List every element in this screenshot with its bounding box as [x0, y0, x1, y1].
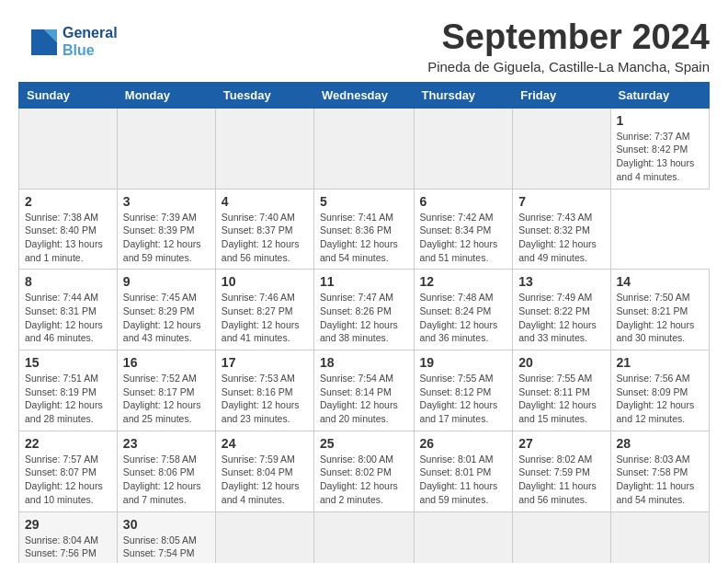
day-number: 16 — [123, 355, 210, 370]
day-number: 6 — [420, 194, 507, 209]
day-info: Sunrise: 7:53 AM Sunset: 8:16 PM Dayligh… — [222, 372, 308, 426]
day-info: Sunrise: 8:04 AM Sunset: 7:56 PM Dayligh… — [25, 534, 111, 563]
day-info: Sunrise: 7:40 AM Sunset: 8:37 PM Dayligh… — [222, 211, 308, 265]
day-number: 11 — [320, 274, 408, 289]
day-number: 5 — [320, 194, 408, 209]
header-saturday: Saturday — [610, 82, 709, 108]
calendar-cell: 30 Sunrise: 8:05 AM Sunset: 7:54 PM Dayl… — [117, 511, 215, 563]
calendar-cell: 22 Sunrise: 7:57 AM Sunset: 8:07 PM Dayl… — [19, 431, 118, 511]
calendar-cell: 21 Sunrise: 7:56 AM Sunset: 8:09 PM Dayl… — [610, 350, 709, 431]
day-info: Sunrise: 7:59 AM Sunset: 8:04 PM Dayligh… — [222, 453, 308, 507]
calendar-cell: 6 Sunrise: 7:42 AM Sunset: 8:34 PM Dayli… — [414, 189, 513, 270]
day-info: Sunrise: 7:57 AM Sunset: 8:07 PM Dayligh… — [25, 453, 111, 507]
calendar-cell — [610, 511, 709, 563]
logo-line1: General — [63, 24, 118, 41]
calendar-cell: 23 Sunrise: 7:58 AM Sunset: 8:06 PM Dayl… — [117, 431, 215, 511]
day-number: 18 — [320, 355, 408, 370]
calendar-cell — [19, 108, 118, 189]
day-info: Sunrise: 7:58 AM Sunset: 8:06 PM Dayligh… — [123, 453, 210, 507]
day-info: Sunrise: 7:48 AM Sunset: 8:24 PM Dayligh… — [420, 291, 507, 345]
day-info: Sunrise: 7:55 AM Sunset: 8:12 PM Dayligh… — [420, 372, 507, 426]
day-number: 27 — [518, 436, 604, 451]
calendar-cell: 29 Sunrise: 8:04 AM Sunset: 7:56 PM Dayl… — [19, 511, 118, 563]
day-number: 4 — [222, 194, 308, 209]
day-info: Sunrise: 7:49 AM Sunset: 8:22 PM Dayligh… — [518, 291, 604, 345]
day-info: Sunrise: 8:03 AM Sunset: 7:58 PM Dayligh… — [617, 453, 703, 507]
logo: General Blue — [18, 22, 118, 61]
calendar-cell: 15 Sunrise: 7:51 AM Sunset: 8:19 PM Dayl… — [19, 350, 118, 431]
calendar-header-row: Sunday Monday Tuesday Wednesday Thursday… — [19, 82, 710, 108]
day-number: 22 — [25, 436, 111, 451]
day-info: Sunrise: 7:56 AM Sunset: 8:09 PM Dayligh… — [617, 372, 703, 426]
logo-line2: Blue — [63, 41, 118, 59]
day-info: Sunrise: 8:00 AM Sunset: 8:02 PM Dayligh… — [320, 453, 408, 507]
calendar-week-row: 1 Sunrise: 7:37 AM Sunset: 8:42 PM Dayli… — [19, 108, 710, 189]
day-number: 10 — [222, 274, 308, 289]
calendar-cell: 14 Sunrise: 7:50 AM Sunset: 8:21 PM Dayl… — [610, 270, 709, 350]
calendar-cell — [215, 108, 313, 189]
day-number: 17 — [222, 355, 308, 370]
calendar-cell: 8 Sunrise: 7:44 AM Sunset: 8:31 PM Dayli… — [19, 270, 118, 350]
calendar-cell: 7 Sunrise: 7:43 AM Sunset: 8:32 PM Dayli… — [513, 189, 610, 270]
day-info: Sunrise: 7:50 AM Sunset: 8:21 PM Dayligh… — [617, 291, 703, 345]
day-number: 12 — [420, 274, 507, 289]
calendar-week-row: 8 Sunrise: 7:44 AM Sunset: 8:31 PM Dayli… — [19, 270, 710, 350]
day-info: Sunrise: 7:44 AM Sunset: 8:31 PM Dayligh… — [25, 291, 111, 345]
day-info: Sunrise: 7:46 AM Sunset: 8:27 PM Dayligh… — [222, 291, 308, 345]
calendar-cell: 28 Sunrise: 8:03 AM Sunset: 7:58 PM Dayl… — [610, 431, 709, 511]
header-tuesday: Tuesday — [215, 82, 313, 108]
day-number: 8 — [25, 274, 111, 289]
calendar-cell: 12 Sunrise: 7:48 AM Sunset: 8:24 PM Dayl… — [414, 270, 513, 350]
logo-icon — [18, 22, 57, 61]
day-number: 21 — [617, 355, 703, 370]
calendar-cell: 11 Sunrise: 7:47 AM Sunset: 8:26 PM Dayl… — [314, 270, 415, 350]
day-number: 28 — [617, 436, 703, 451]
day-info: Sunrise: 7:51 AM Sunset: 8:19 PM Dayligh… — [25, 372, 111, 426]
day-number: 13 — [518, 274, 604, 289]
day-info: Sunrise: 7:38 AM Sunset: 8:40 PM Dayligh… — [25, 211, 111, 265]
calendar-cell: 19 Sunrise: 7:55 AM Sunset: 8:12 PM Dayl… — [414, 350, 513, 431]
month-title: September 2024 — [427, 18, 710, 57]
calendar-cell — [513, 511, 610, 563]
day-info: Sunrise: 7:39 AM Sunset: 8:39 PM Dayligh… — [123, 211, 210, 265]
calendar-cell — [414, 511, 513, 563]
day-number: 29 — [25, 517, 111, 532]
day-info: Sunrise: 7:55 AM Sunset: 8:11 PM Dayligh… — [518, 372, 604, 426]
calendar-cell — [215, 511, 313, 563]
day-number: 9 — [123, 274, 210, 289]
header-monday: Monday — [117, 82, 215, 108]
calendar-cell: 20 Sunrise: 7:55 AM Sunset: 8:11 PM Dayl… — [513, 350, 610, 431]
day-number: 2 — [25, 194, 111, 209]
calendar-week-row: 22 Sunrise: 7:57 AM Sunset: 8:07 PM Dayl… — [19, 431, 710, 511]
day-number: 7 — [518, 194, 604, 209]
day-info: Sunrise: 8:02 AM Sunset: 7:59 PM Dayligh… — [518, 453, 604, 507]
calendar-cell — [513, 108, 610, 189]
day-info: Sunrise: 7:47 AM Sunset: 8:26 PM Dayligh… — [320, 291, 408, 345]
calendar-cell: 18 Sunrise: 7:54 AM Sunset: 8:14 PM Dayl… — [314, 350, 415, 431]
header-thursday: Thursday — [414, 82, 513, 108]
day-info: Sunrise: 8:05 AM Sunset: 7:54 PM Dayligh… — [123, 534, 210, 563]
calendar-cell: 16 Sunrise: 7:52 AM Sunset: 8:17 PM Dayl… — [117, 350, 215, 431]
calendar-cell: 25 Sunrise: 8:00 AM Sunset: 8:02 PM Dayl… — [314, 431, 415, 511]
calendar-cell: 13 Sunrise: 7:49 AM Sunset: 8:22 PM Dayl… — [513, 270, 610, 350]
calendar-cell: 10 Sunrise: 7:46 AM Sunset: 8:27 PM Dayl… — [215, 270, 313, 350]
calendar-cell: 5 Sunrise: 7:41 AM Sunset: 8:36 PM Dayli… — [314, 189, 415, 270]
day-number: 25 — [320, 436, 408, 451]
day-info: Sunrise: 7:54 AM Sunset: 8:14 PM Dayligh… — [320, 372, 408, 426]
day-number: 19 — [420, 355, 507, 370]
day-info: Sunrise: 7:42 AM Sunset: 8:34 PM Dayligh… — [420, 211, 507, 265]
day-info: Sunrise: 7:37 AM Sunset: 8:42 PM Dayligh… — [617, 130, 703, 184]
day-info: Sunrise: 7:52 AM Sunset: 8:17 PM Dayligh… — [123, 372, 210, 426]
calendar-week-row: 15 Sunrise: 7:51 AM Sunset: 8:19 PM Dayl… — [19, 350, 710, 431]
calendar-cell: 2 Sunrise: 7:38 AM Sunset: 8:40 PM Dayli… — [19, 189, 118, 270]
day-info: Sunrise: 7:45 AM Sunset: 8:29 PM Dayligh… — [123, 291, 210, 345]
day-number: 24 — [222, 436, 308, 451]
calendar-cell: 26 Sunrise: 8:01 AM Sunset: 8:01 PM Dayl… — [414, 431, 513, 511]
day-number: 15 — [25, 355, 111, 370]
day-number: 14 — [617, 274, 703, 289]
day-info: Sunrise: 8:01 AM Sunset: 8:01 PM Dayligh… — [420, 453, 507, 507]
day-number: 26 — [420, 436, 507, 451]
calendar-cell: 3 Sunrise: 7:39 AM Sunset: 8:39 PM Dayli… — [117, 189, 215, 270]
calendar-week-row: 2 Sunrise: 7:38 AM Sunset: 8:40 PM Dayli… — [19, 189, 710, 270]
calendar-table: Sunday Monday Tuesday Wednesday Thursday… — [18, 82, 710, 563]
